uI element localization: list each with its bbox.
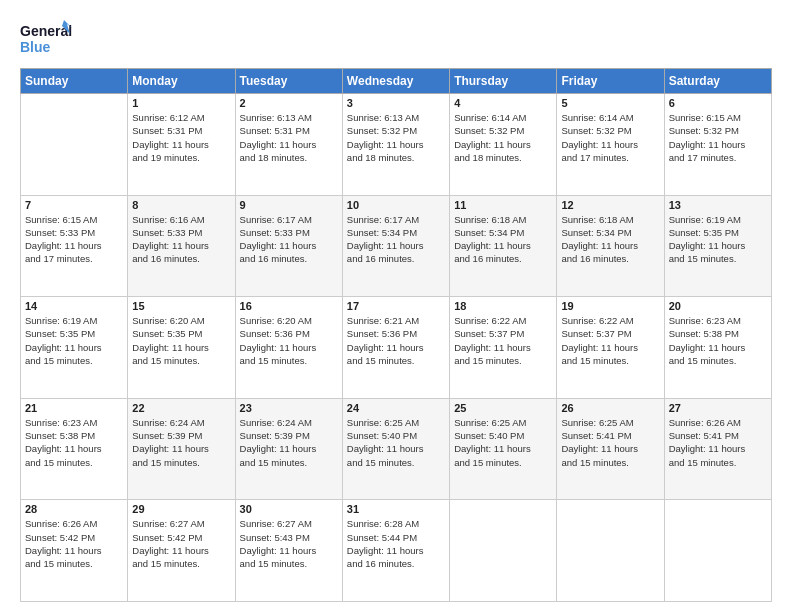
calendar-cell: 24Sunrise: 6:25 AMSunset: 5:40 PMDayligh… <box>342 398 449 500</box>
calendar-cell: 1Sunrise: 6:12 AMSunset: 5:31 PMDaylight… <box>128 94 235 196</box>
weekday-header-friday: Friday <box>557 69 664 94</box>
calendar-cell: 7Sunrise: 6:15 AMSunset: 5:33 PMDaylight… <box>21 195 128 297</box>
day-number: 15 <box>132 300 230 312</box>
weekday-header-saturday: Saturday <box>664 69 771 94</box>
logo: GeneralBlue <box>20 18 72 58</box>
day-info: Sunrise: 6:25 AMSunset: 5:40 PMDaylight:… <box>454 416 552 469</box>
day-number: 9 <box>240 199 338 211</box>
day-number: 21 <box>25 402 123 414</box>
day-info: Sunrise: 6:12 AMSunset: 5:31 PMDaylight:… <box>132 111 230 164</box>
calendar-week-5: 28Sunrise: 6:26 AMSunset: 5:42 PMDayligh… <box>21 500 772 602</box>
day-info: Sunrise: 6:18 AMSunset: 5:34 PMDaylight:… <box>454 213 552 266</box>
day-info: Sunrise: 6:22 AMSunset: 5:37 PMDaylight:… <box>454 314 552 367</box>
day-info: Sunrise: 6:15 AMSunset: 5:32 PMDaylight:… <box>669 111 767 164</box>
logo-svg: GeneralBlue <box>20 18 72 58</box>
day-info: Sunrise: 6:26 AMSunset: 5:42 PMDaylight:… <box>25 517 123 570</box>
day-number: 22 <box>132 402 230 414</box>
calendar-cell: 20Sunrise: 6:23 AMSunset: 5:38 PMDayligh… <box>664 297 771 399</box>
day-number: 7 <box>25 199 123 211</box>
calendar-cell: 14Sunrise: 6:19 AMSunset: 5:35 PMDayligh… <box>21 297 128 399</box>
day-number: 23 <box>240 402 338 414</box>
calendar-cell: 30Sunrise: 6:27 AMSunset: 5:43 PMDayligh… <box>235 500 342 602</box>
day-number: 12 <box>561 199 659 211</box>
day-info: Sunrise: 6:23 AMSunset: 5:38 PMDaylight:… <box>25 416 123 469</box>
day-number: 18 <box>454 300 552 312</box>
calendar-cell: 26Sunrise: 6:25 AMSunset: 5:41 PMDayligh… <box>557 398 664 500</box>
weekday-header-sunday: Sunday <box>21 69 128 94</box>
calendar-cell: 22Sunrise: 6:24 AMSunset: 5:39 PMDayligh… <box>128 398 235 500</box>
calendar-cell: 27Sunrise: 6:26 AMSunset: 5:41 PMDayligh… <box>664 398 771 500</box>
day-number: 3 <box>347 97 445 109</box>
day-info: Sunrise: 6:15 AMSunset: 5:33 PMDaylight:… <box>25 213 123 266</box>
svg-text:Blue: Blue <box>20 39 51 55</box>
calendar-cell: 29Sunrise: 6:27 AMSunset: 5:42 PMDayligh… <box>128 500 235 602</box>
day-number: 1 <box>132 97 230 109</box>
day-info: Sunrise: 6:21 AMSunset: 5:36 PMDaylight:… <box>347 314 445 367</box>
day-number: 25 <box>454 402 552 414</box>
calendar-cell: 21Sunrise: 6:23 AMSunset: 5:38 PMDayligh… <box>21 398 128 500</box>
calendar-cell: 5Sunrise: 6:14 AMSunset: 5:32 PMDaylight… <box>557 94 664 196</box>
day-number: 31 <box>347 503 445 515</box>
calendar-cell: 13Sunrise: 6:19 AMSunset: 5:35 PMDayligh… <box>664 195 771 297</box>
calendar-cell: 2Sunrise: 6:13 AMSunset: 5:31 PMDaylight… <box>235 94 342 196</box>
calendar-cell: 31Sunrise: 6:28 AMSunset: 5:44 PMDayligh… <box>342 500 449 602</box>
day-number: 20 <box>669 300 767 312</box>
day-info: Sunrise: 6:17 AMSunset: 5:34 PMDaylight:… <box>347 213 445 266</box>
calendar-cell: 28Sunrise: 6:26 AMSunset: 5:42 PMDayligh… <box>21 500 128 602</box>
calendar-cell: 17Sunrise: 6:21 AMSunset: 5:36 PMDayligh… <box>342 297 449 399</box>
day-number: 27 <box>669 402 767 414</box>
day-number: 11 <box>454 199 552 211</box>
calendar-week-4: 21Sunrise: 6:23 AMSunset: 5:38 PMDayligh… <box>21 398 772 500</box>
day-number: 10 <box>347 199 445 211</box>
day-info: Sunrise: 6:18 AMSunset: 5:34 PMDaylight:… <box>561 213 659 266</box>
calendar-body: 1Sunrise: 6:12 AMSunset: 5:31 PMDaylight… <box>21 94 772 602</box>
day-info: Sunrise: 6:25 AMSunset: 5:40 PMDaylight:… <box>347 416 445 469</box>
day-number: 26 <box>561 402 659 414</box>
weekday-header-monday: Monday <box>128 69 235 94</box>
calendar-cell <box>557 500 664 602</box>
calendar-cell: 23Sunrise: 6:24 AMSunset: 5:39 PMDayligh… <box>235 398 342 500</box>
calendar-table: SundayMondayTuesdayWednesdayThursdayFrid… <box>20 68 772 602</box>
header: GeneralBlue <box>20 18 772 58</box>
weekday-header-wednesday: Wednesday <box>342 69 449 94</box>
calendar-cell: 19Sunrise: 6:22 AMSunset: 5:37 PMDayligh… <box>557 297 664 399</box>
calendar-cell: 16Sunrise: 6:20 AMSunset: 5:36 PMDayligh… <box>235 297 342 399</box>
calendar-cell <box>450 500 557 602</box>
day-info: Sunrise: 6:23 AMSunset: 5:38 PMDaylight:… <box>669 314 767 367</box>
calendar-cell: 25Sunrise: 6:25 AMSunset: 5:40 PMDayligh… <box>450 398 557 500</box>
day-number: 4 <box>454 97 552 109</box>
day-info: Sunrise: 6:20 AMSunset: 5:36 PMDaylight:… <box>240 314 338 367</box>
day-number: 30 <box>240 503 338 515</box>
calendar-cell: 11Sunrise: 6:18 AMSunset: 5:34 PMDayligh… <box>450 195 557 297</box>
day-info: Sunrise: 6:26 AMSunset: 5:41 PMDaylight:… <box>669 416 767 469</box>
calendar-cell <box>664 500 771 602</box>
calendar-cell: 10Sunrise: 6:17 AMSunset: 5:34 PMDayligh… <box>342 195 449 297</box>
day-info: Sunrise: 6:19 AMSunset: 5:35 PMDaylight:… <box>25 314 123 367</box>
day-number: 2 <box>240 97 338 109</box>
calendar-week-3: 14Sunrise: 6:19 AMSunset: 5:35 PMDayligh… <box>21 297 772 399</box>
day-number: 14 <box>25 300 123 312</box>
day-info: Sunrise: 6:25 AMSunset: 5:41 PMDaylight:… <box>561 416 659 469</box>
page: GeneralBlue SundayMondayTuesdayWednesday… <box>0 0 792 612</box>
day-info: Sunrise: 6:19 AMSunset: 5:35 PMDaylight:… <box>669 213 767 266</box>
day-info: Sunrise: 6:17 AMSunset: 5:33 PMDaylight:… <box>240 213 338 266</box>
weekday-header-tuesday: Tuesday <box>235 69 342 94</box>
weekday-header-thursday: Thursday <box>450 69 557 94</box>
day-info: Sunrise: 6:27 AMSunset: 5:42 PMDaylight:… <box>132 517 230 570</box>
calendar-cell: 4Sunrise: 6:14 AMSunset: 5:32 PMDaylight… <box>450 94 557 196</box>
day-info: Sunrise: 6:20 AMSunset: 5:35 PMDaylight:… <box>132 314 230 367</box>
calendar-cell: 6Sunrise: 6:15 AMSunset: 5:32 PMDaylight… <box>664 94 771 196</box>
day-number: 6 <box>669 97 767 109</box>
calendar-header-row: SundayMondayTuesdayWednesdayThursdayFrid… <box>21 69 772 94</box>
calendar-cell: 18Sunrise: 6:22 AMSunset: 5:37 PMDayligh… <box>450 297 557 399</box>
day-info: Sunrise: 6:28 AMSunset: 5:44 PMDaylight:… <box>347 517 445 570</box>
day-number: 13 <box>669 199 767 211</box>
day-number: 28 <box>25 503 123 515</box>
day-number: 24 <box>347 402 445 414</box>
calendar-week-2: 7Sunrise: 6:15 AMSunset: 5:33 PMDaylight… <box>21 195 772 297</box>
day-info: Sunrise: 6:24 AMSunset: 5:39 PMDaylight:… <box>132 416 230 469</box>
day-number: 5 <box>561 97 659 109</box>
calendar-cell: 15Sunrise: 6:20 AMSunset: 5:35 PMDayligh… <box>128 297 235 399</box>
day-info: Sunrise: 6:16 AMSunset: 5:33 PMDaylight:… <box>132 213 230 266</box>
day-number: 17 <box>347 300 445 312</box>
